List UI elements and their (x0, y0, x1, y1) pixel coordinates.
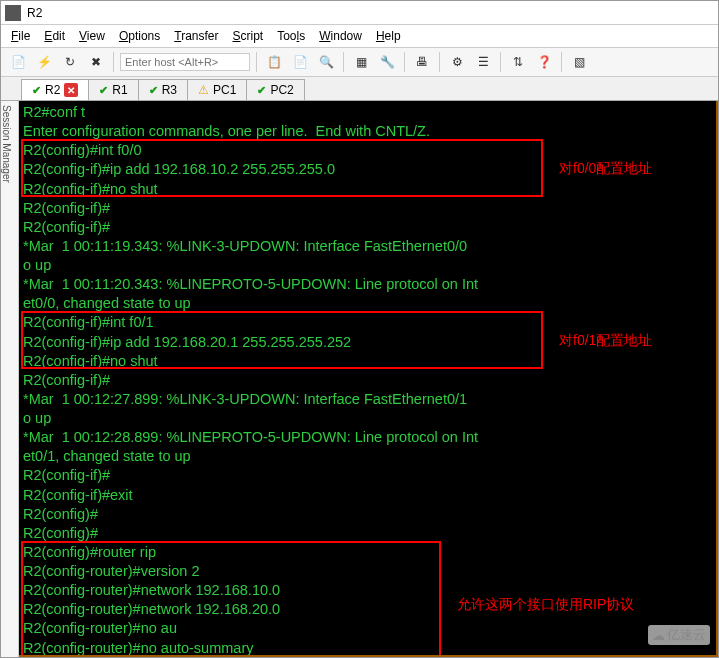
check-icon: ✔ (149, 84, 158, 97)
terminal-line: R2(config-if)# (23, 218, 712, 237)
menu-script[interactable]: Script (233, 29, 264, 43)
toolbar-find-icon[interactable]: 🔍 (315, 51, 337, 73)
menu-help[interactable]: Help (376, 29, 401, 43)
window-title: R2 (27, 6, 42, 20)
content-area: Session Manager R2#conf tEnter configura… (1, 101, 718, 657)
terminal-line: R2(config)#int f0/0 (23, 141, 712, 160)
terminal[interactable]: R2#conf tEnter configuration commands, o… (19, 101, 718, 657)
toolbar-separator (343, 52, 344, 72)
toolbar-sessions-icon[interactable]: ▦ (350, 51, 372, 73)
title-bar: R2 (1, 1, 718, 25)
terminal-line: R2(config-if)# (23, 371, 712, 390)
terminal-line: R2(config-if)#int f0/1 (23, 313, 712, 332)
terminal-line: R2(config-router)#no auto-summary (23, 639, 712, 658)
toolbar-transfer-icon[interactable]: ⇅ (507, 51, 529, 73)
toolbar-properties-icon[interactable]: 🔧 (376, 51, 398, 73)
toolbar-separator (404, 52, 405, 72)
toolbar-extra-icon[interactable]: ▧ (568, 51, 590, 73)
terminal-line: R2#conf t (23, 103, 712, 122)
toolbar-disconnect-icon[interactable]: ✖ (85, 51, 107, 73)
terminal-line: R2(config-router)#version 2 (23, 562, 712, 581)
terminal-line: R2(config-if)# (23, 199, 712, 218)
tab-label: R2 (45, 83, 60, 97)
menu-edit[interactable]: Edit (44, 29, 65, 43)
toolbar-connect-icon[interactable]: 📄 (7, 51, 29, 73)
terminal-line: R2(config-if)# (23, 466, 712, 485)
tab-r3[interactable]: ✔ R3 (138, 79, 188, 100)
toolbar-separator (113, 52, 114, 72)
watermark-text: 亿速云 (667, 626, 706, 644)
terminal-line: R2(config)# (23, 524, 712, 543)
terminal-line: R2(config)# (23, 505, 712, 524)
terminal-line: R2(config)#router rip (23, 543, 712, 562)
terminal-line: R2(config-if)#no shut (23, 352, 712, 371)
toolbar-help-icon[interactable]: ❓ (533, 51, 555, 73)
terminal-line: R2(config-router)#no au (23, 619, 712, 638)
cloud-icon: ☁ (652, 628, 665, 643)
tab-pc1[interactable]: ⚠ PC1 (187, 79, 247, 100)
close-icon[interactable]: ✕ (64, 83, 78, 97)
toolbar-print-icon[interactable]: 🖶 (411, 51, 433, 73)
toolbar-reconnect-icon[interactable]: ↻ (59, 51, 81, 73)
toolbar-separator (439, 52, 440, 72)
check-icon: ✔ (257, 84, 266, 97)
terminal-line: R2(config-if)#no shut (23, 180, 712, 199)
tab-bar: ✔ R2 ✕ ✔ R1 ✔ R3 ⚠ PC1 ✔ PC2 (1, 77, 718, 101)
menu-bar: File Edit View Options Transfer Script T… (1, 25, 718, 47)
menu-view[interactable]: View (79, 29, 105, 43)
host-input[interactable] (120, 53, 250, 71)
tab-r1[interactable]: ✔ R1 (88, 79, 138, 100)
tab-r2[interactable]: ✔ R2 ✕ (21, 79, 89, 100)
menu-window[interactable]: Window (319, 29, 362, 43)
toolbar-options-icon[interactable]: ⚙ (446, 51, 468, 73)
toolbar-copy-icon[interactable]: 📋 (263, 51, 285, 73)
terminal-line: *Mar 1 00:12:28.899: %LINEPROTO-5-UPDOWN… (23, 428, 712, 447)
watermark: ☁ 亿速云 (648, 625, 710, 645)
terminal-line: Enter configuration commands, one per li… (23, 122, 712, 141)
annotation-label-1: 对f0/0配置地址 (559, 159, 652, 177)
menu-transfer[interactable]: Transfer (174, 29, 218, 43)
check-icon: ✔ (32, 84, 41, 97)
terminal-line: o up (23, 256, 712, 275)
terminal-line: et0/1, changed state to up (23, 447, 712, 466)
toolbar-quick-connect-icon[interactable]: ⚡ (33, 51, 55, 73)
tab-label: R1 (112, 83, 127, 97)
terminal-line: o up (23, 409, 712, 428)
menu-file[interactable]: File (11, 29, 30, 43)
warning-icon: ⚠ (198, 83, 209, 97)
terminal-line: *Mar 1 00:11:20.343: %LINEPROTO-5-UPDOWN… (23, 275, 712, 294)
tab-label: R3 (162, 83, 177, 97)
terminal-line: R2(config-if)#exit (23, 486, 712, 505)
session-manager-panel[interactable]: Session Manager (1, 101, 19, 657)
tab-pc2[interactable]: ✔ PC2 (246, 79, 304, 100)
check-icon: ✔ (99, 84, 108, 97)
terminal-line: et0/0, changed state to up (23, 294, 712, 313)
menu-options[interactable]: Options (119, 29, 160, 43)
menu-tools[interactable]: Tools (277, 29, 305, 43)
terminal-line: *Mar 1 00:12:27.899: %LINK-3-UPDOWN: Int… (23, 390, 712, 409)
toolbar: 📄 ⚡ ↻ ✖ 📋 📄 🔍 ▦ 🔧 🖶 ⚙ ☰ ⇅ ❓ ▧ (1, 47, 718, 77)
terminal-line: *Mar 1 00:11:19.343: %LINK-3-UPDOWN: Int… (23, 237, 712, 256)
toolbar-separator (500, 52, 501, 72)
tab-label: PC1 (213, 83, 236, 97)
toolbar-global-options-icon[interactable]: ☰ (472, 51, 494, 73)
toolbar-separator (561, 52, 562, 72)
toolbar-paste-icon[interactable]: 📄 (289, 51, 311, 73)
annotation-label-2: 对f0/1配置地址 (559, 331, 652, 349)
annotation-label-3: 允许这两个接口使用RIP协议 (457, 595, 634, 613)
tab-label: PC2 (270, 83, 293, 97)
app-icon (5, 5, 21, 21)
toolbar-separator (256, 52, 257, 72)
